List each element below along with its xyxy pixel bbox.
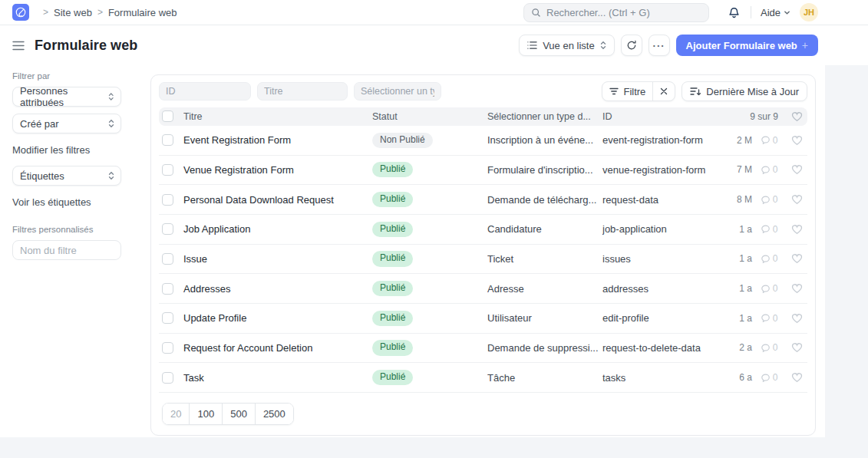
row-checkbox[interactable]: [162, 283, 173, 295]
add-webform-label: Ajouter Formulaire web: [686, 40, 797, 51]
row-count: 9 sur 9: [726, 111, 786, 122]
like-button[interactable]: [786, 194, 804, 205]
row-title-link[interactable]: Request for Account Deletion: [183, 342, 372, 354]
table-row[interactable]: Request for Account Deletion Publié Dema…: [159, 334, 807, 364]
row-checkbox[interactable]: [162, 134, 173, 146]
like-button[interactable]: [786, 372, 804, 383]
column-header-title[interactable]: Titre: [183, 111, 372, 122]
status-badge: Publié: [372, 311, 413, 326]
id-filter-input[interactable]: [159, 82, 251, 100]
user-avatar[interactable]: JH: [800, 3, 818, 21]
status-badge: Non Publié: [372, 133, 433, 148]
page-length-button[interactable]: 20: [163, 404, 189, 424]
filter-name-input[interactable]: [12, 240, 121, 260]
comment-count-value: 0: [773, 342, 778, 353]
column-header-id[interactable]: ID: [602, 111, 726, 122]
comment-count-value: 0: [773, 313, 778, 324]
like-button[interactable]: [786, 135, 804, 146]
row-checkbox[interactable]: [162, 194, 173, 206]
page-length-button[interactable]: 100: [189, 404, 222, 424]
row-id: addresses: [602, 283, 724, 295]
table-row[interactable]: Job Application Publié Candidature job-a…: [159, 215, 807, 245]
page-length-button[interactable]: 500: [222, 404, 255, 424]
title-filter-input[interactable]: [257, 82, 348, 100]
like-button[interactable]: [786, 283, 804, 294]
row-title-link[interactable]: Update Profile: [183, 312, 372, 324]
row-title-link[interactable]: Venue Registration Form: [183, 164, 372, 176]
refresh-button[interactable]: [621, 35, 642, 56]
tags-dropdown[interactable]: Étiquettes: [12, 166, 121, 186]
comment-count: 0: [758, 253, 786, 264]
breadcrumb-item[interactable]: Formulaire web: [108, 7, 177, 18]
comment-icon: [761, 195, 771, 205]
row-type: Demande de télécharg...: [487, 194, 602, 206]
status-badge: Publié: [372, 370, 413, 385]
comment-count-value: 0: [773, 283, 778, 294]
table-row[interactable]: Update Profile Publié Utilisateur edit-p…: [159, 304, 807, 334]
like-button[interactable]: [786, 164, 804, 175]
column-header-status[interactable]: Statut: [372, 111, 487, 122]
select-all-checkbox[interactable]: [162, 110, 173, 122]
chevron-down-icon: [784, 9, 790, 16]
table-row[interactable]: Issue Publié Ticket issues 1 a 0: [159, 245, 807, 275]
more-menu-button[interactable]: ···: [649, 35, 670, 56]
select-chevrons-icon: [108, 119, 114, 128]
table-row[interactable]: Personal Data Download Request Publié De…: [159, 185, 807, 215]
comment-count-value: 0: [773, 164, 778, 175]
row-modified-ago: 6 a: [724, 372, 758, 383]
sort-button[interactable]: Dernière Mise à Jour: [682, 81, 807, 101]
row-checkbox[interactable]: [162, 223, 173, 235]
row-checkbox[interactable]: [162, 372, 173, 384]
row-type: Ticket: [487, 253, 602, 265]
comment-icon: [761, 165, 771, 175]
type-filter-input[interactable]: [354, 82, 441, 100]
comment-count-value: 0: [773, 253, 778, 264]
liked-filter-toggle[interactable]: [786, 111, 804, 122]
row-checkbox[interactable]: [162, 253, 173, 265]
heart-icon: [791, 135, 803, 146]
row-title-link[interactable]: Job Application: [183, 223, 372, 235]
comment-count: 0: [758, 283, 786, 294]
comment-count-value: 0: [773, 372, 778, 383]
global-search[interactable]: [523, 3, 709, 22]
add-webform-button[interactable]: Ajouter Formulaire web +: [676, 35, 818, 56]
like-button[interactable]: [786, 313, 804, 324]
heart-icon: [791, 313, 803, 324]
help-menu-button[interactable]: Aide: [761, 7, 790, 18]
row-title-link[interactable]: Addresses: [183, 283, 372, 295]
sidebar-toggle-button[interactable]: [12, 41, 25, 51]
notifications-button[interactable]: [727, 5, 741, 20]
table-row[interactable]: Event Registration Form Non Publié Inscr…: [159, 126, 807, 156]
clear-filter-button[interactable]: [653, 82, 675, 100]
page-length-button[interactable]: 2500: [255, 404, 293, 424]
view-switcher-button[interactable]: Vue en liste: [519, 35, 614, 56]
view-tags-link[interactable]: Voir les étiquettes: [12, 196, 135, 208]
table-row[interactable]: Venue Registration Form Publié Formulair…: [159, 156, 807, 186]
row-title-link[interactable]: Event Registration Form: [183, 134, 372, 146]
app-logo-icon[interactable]: [12, 4, 29, 21]
comment-count: 0: [758, 342, 786, 353]
row-title-link[interactable]: Issue: [183, 253, 372, 265]
column-header-type[interactable]: Sélectionner un type d...: [487, 111, 602, 122]
assigned-to-dropdown[interactable]: Personnes attribuées: [12, 87, 121, 107]
search-input[interactable]: [546, 7, 701, 18]
list-sidebar: Filtrer par Personnes attribuées Créé pa…: [0, 65, 150, 437]
row-modified-ago: 1 a: [724, 224, 758, 235]
table-row[interactable]: Addresses Publié Adresse addresses 1 a 0: [159, 274, 807, 304]
row-title-link[interactable]: Personal Data Download Request: [183, 194, 372, 206]
row-title-link[interactable]: Task: [183, 372, 372, 384]
created-by-dropdown[interactable]: Créé par: [12, 114, 121, 133]
like-button[interactable]: [786, 253, 804, 264]
breadcrumb-item[interactable]: Site web: [54, 7, 92, 18]
status-badge: Publié: [372, 340, 413, 355]
row-checkbox[interactable]: [162, 164, 173, 176]
like-button[interactable]: [786, 342, 804, 353]
filter-button[interactable]: Filtre: [602, 82, 652, 100]
select-chevrons-icon: [108, 92, 114, 101]
heart-icon: [791, 253, 803, 264]
row-checkbox[interactable]: [162, 312, 173, 324]
edit-filters-link[interactable]: Modifier les filtres: [12, 144, 135, 156]
like-button[interactable]: [786, 224, 804, 235]
row-checkbox[interactable]: [162, 342, 173, 354]
table-row[interactable]: Task Publié Tâche tasks 6 a 0: [159, 363, 807, 393]
